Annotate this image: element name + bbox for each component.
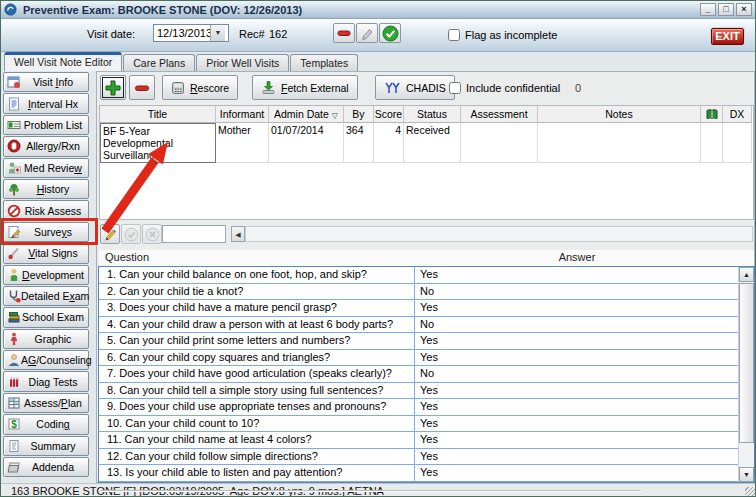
col-assessment[interactable]: Assessment (461, 106, 538, 123)
edit-answers-button[interactable] (100, 224, 120, 244)
exit-button[interactable]: EXIT (711, 28, 744, 45)
fetch-external-label: Fetch External (281, 82, 349, 94)
main-panel: Rescore Fetch External CHADIS Include co… (96, 71, 755, 483)
grid-footer: ◀ (99, 223, 754, 246)
accept-button[interactable] (121, 224, 141, 244)
qa-header: Question Answer (99, 250, 754, 266)
confirm-record-button[interactable] (379, 23, 401, 43)
survey-row[interactable]: BF 5-Year Developmental Surveillance Mot… (100, 123, 753, 163)
sidebar-item-coding[interactable]: $ Coding (3, 414, 89, 434)
qa-row[interactable]: 4. Can your child draw a person with at … (99, 317, 738, 334)
sidebar-item-problem-list[interactable]: Problem List (3, 115, 89, 135)
survey-row-informant[interactable]: Mother (216, 123, 269, 163)
surveys-icon (7, 225, 21, 239)
sidebar-item-med-review[interactable]: Med Review (3, 158, 89, 178)
grid-footer-field[interactable] (162, 225, 226, 243)
survey-row-status[interactable]: Received (404, 123, 461, 163)
remove-record-button[interactable] (333, 23, 355, 43)
sidebar-item-summary[interactable]: Summary (3, 436, 89, 456)
add-survey-button[interactable] (100, 75, 126, 100)
vertical-scrollbar[interactable]: ▲ ▼ (738, 267, 754, 482)
survey-row-by[interactable]: 364 (344, 123, 374, 163)
sidebar-item-addenda[interactable]: Addenda (3, 457, 89, 477)
tab-templates[interactable]: Templates (290, 54, 358, 71)
survey-row-title[interactable]: BF 5-Year Developmental Surveillance (100, 123, 216, 163)
qa-row[interactable]: 7. Does your child have good articulatio… (99, 366, 738, 383)
tab-well-visit-note-editor[interactable]: Well Visit Note Editor (4, 52, 122, 71)
confidential-count: 0 (575, 82, 581, 94)
scrollbar-thumb[interactable] (739, 283, 754, 443)
survey-row-score[interactable]: 4 (374, 123, 404, 163)
close-icon[interactable]: × (736, 3, 752, 16)
sidebar-item-surveys[interactable]: Surveys (3, 222, 89, 242)
col-title[interactable]: Title (100, 106, 216, 123)
include-confidential-label: Include confidential (466, 82, 560, 94)
remove-survey-button[interactable] (129, 75, 155, 100)
col-admin-date[interactable]: Admin Date▽ (269, 106, 344, 123)
addenda-icon (7, 460, 21, 474)
scroll-up-icon[interactable]: ▲ (739, 267, 754, 282)
survey-row-admin-date[interactable]: 01/07/2014 (269, 123, 344, 163)
survey-row-notes[interactable] (538, 123, 701, 163)
interval-hx-icon (7, 97, 21, 111)
qa-row[interactable]: 11. Can your child name at least 4 color… (99, 432, 738, 449)
survey-row-dx[interactable] (723, 123, 752, 163)
question-column-header: Question (105, 251, 149, 263)
sidebar-item-detailed-exam[interactable]: Detailed Exam (3, 286, 89, 306)
col-notes[interactable]: Notes (538, 106, 701, 123)
sidebar-item-development[interactable]: Development (3, 265, 89, 285)
qa-row[interactable]: 13. Is your child able to listen and pay… (99, 465, 738, 482)
fetch-external-button[interactable]: Fetch External (252, 75, 358, 100)
qa-row[interactable]: 3. Does your child have a mature pencil … (99, 300, 738, 317)
sidebar-item-ag-counseling[interactable]: AG/Counseling (3, 350, 89, 370)
qa-row[interactable]: 10. Can your child count to 10?Yes (99, 416, 738, 433)
resize-grip[interactable] (745, 487, 755, 497)
scroll-left-icon[interactable]: ◀ (231, 226, 245, 242)
qa-row[interactable]: 5. Can your child print some letters and… (99, 333, 738, 350)
qa-row[interactable]: 1. Can your child balance on one foot, h… (99, 267, 738, 284)
sidebar-item-school-exam[interactable]: School Exam (3, 307, 89, 327)
tab-prior-well-visits[interactable]: Prior Well Visits (196, 54, 289, 71)
visit-date-input[interactable] (154, 27, 210, 39)
app-icon (4, 3, 18, 17)
sidebar-item-history[interactable]: History (3, 179, 89, 199)
minimize-icon[interactable]: _ (700, 3, 716, 16)
horizontal-scrollbar[interactable] (245, 226, 753, 242)
col-dx[interactable]: DX (723, 106, 752, 123)
col-informant[interactable]: Informant (216, 106, 269, 123)
flag-as-incomplete-checkbox[interactable] (448, 29, 460, 41)
survey-row-assessment[interactable] (461, 123, 538, 163)
col-by[interactable]: By (344, 106, 374, 123)
sidebar-item-assess-plan[interactable]: Assess/Plan (3, 393, 89, 413)
sidebar-item-allergy-rxn[interactable]: Allergy/Rxn (3, 136, 89, 156)
col-book[interactable] (701, 106, 723, 123)
qa-list: 1. Can your child balance on one foot, h… (98, 266, 755, 483)
col-score[interactable]: Score (374, 106, 404, 123)
edit-record-button[interactable] (356, 23, 378, 43)
sidebar-item-risk-assess[interactable]: Risk Assess (3, 200, 89, 220)
survey-row-book[interactable] (701, 123, 723, 163)
sidebar-item-graphic[interactable]: Graphic (3, 329, 89, 349)
sidebar-item-visit-info[interactable]: Visit Info (3, 72, 89, 92)
col-status[interactable]: Status (404, 106, 461, 123)
tab-care-plans[interactable]: Care Plans (123, 54, 195, 71)
qa-row[interactable]: 9. Does your child use appropriate tense… (99, 399, 738, 416)
scroll-down-icon[interactable]: ▼ (739, 467, 754, 482)
maximize-icon[interactable]: □ (718, 3, 734, 16)
chevron-down-icon[interactable]: ▼ (210, 25, 225, 41)
sidebar-item-vital-signs[interactable]: Vital Signs (3, 243, 89, 263)
download-icon (261, 80, 276, 95)
include-confidential-checkbox[interactable] (449, 82, 461, 94)
qa-row[interactable]: 6. Can your child copy squares and trian… (99, 350, 738, 367)
vital-signs-icon (7, 246, 21, 260)
tab-strip: Well Visit Note Editor Care Plans Prior … (4, 52, 358, 71)
chadis-button[interactable]: CHADIS (375, 75, 455, 100)
rescore-button[interactable]: Rescore (162, 75, 238, 100)
qa-row[interactable]: 2. Can your child tie a knot?No (99, 284, 738, 301)
qa-row[interactable]: 8. Can your child tell a simple story us… (99, 383, 738, 400)
qa-row[interactable]: 12. Can your child follow simple directi… (99, 449, 738, 466)
visit-date-field[interactable]: ▼ (153, 24, 229, 42)
cancel-button[interactable] (142, 224, 162, 244)
sidebar-item-diag-tests[interactable]: Diag Tests (3, 371, 89, 391)
sidebar-item-interval-hx[interactable]: Interval Hx (3, 93, 89, 113)
